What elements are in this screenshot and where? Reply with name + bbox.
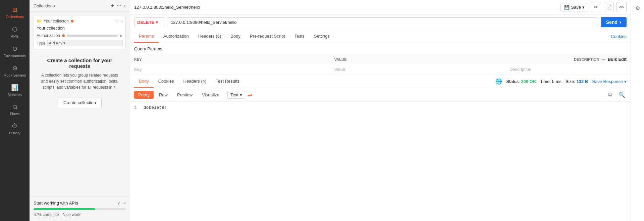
tab-body[interactable]: Body bbox=[226, 30, 245, 43]
method-label: DELETE bbox=[137, 20, 154, 25]
collections-cta: Create a collection for your requests A … bbox=[30, 53, 130, 196]
description-placeholder[interactable]: Description bbox=[505, 64, 631, 75]
collapse-bottom-icon[interactable]: ∨ bbox=[117, 201, 120, 206]
left-sidebar: ⊞ Collections ⬡ APIs ⊙ Environments ⊛ Mo… bbox=[0, 0, 30, 221]
top-bar: 127.0.0.1:8080/hello_Servlet/hello 💾 Sav… bbox=[130, 0, 631, 14]
type-select[interactable]: API Key ▾ bbox=[47, 40, 123, 46]
response-meta: 🌐 Status: 200 OK Time: 5 ms Size: 132 B … bbox=[495, 78, 627, 85]
apis-icon: ⬡ bbox=[12, 26, 17, 33]
sidebar-item-monitors[interactable]: 📊 Monitors bbox=[0, 81, 30, 100]
menu-icon[interactable]: ··· bbox=[117, 3, 121, 9]
tab-settings[interactable]: Settings bbox=[309, 30, 334, 43]
size-label: Size: 132 B bbox=[566, 79, 588, 84]
auth-label: Authorization bbox=[37, 33, 60, 38]
tab-params[interactable]: Params bbox=[134, 30, 159, 43]
method-select[interactable]: DELETE ▾ bbox=[134, 17, 164, 27]
query-params-section: Query Params KEY VALUE DESCRIPTION ··· B… bbox=[130, 43, 631, 75]
save-response-chevron-icon: ▾ bbox=[624, 79, 627, 84]
doc-icon: 📄 bbox=[606, 4, 612, 10]
type-label: Type bbox=[37, 41, 45, 46]
request-title: 127.0.0.1:8080/hello_Servlet/hello bbox=[134, 5, 200, 10]
code-icon-button[interactable]: </> bbox=[616, 2, 627, 12]
collection-dot bbox=[71, 20, 73, 23]
folder-icon: 📁 bbox=[37, 19, 42, 24]
auth-bar bbox=[67, 35, 118, 37]
type-chevron-icon: ▾ bbox=[63, 41, 65, 45]
time-label: Time: 5 ms bbox=[540, 79, 561, 84]
collections-panel-title: Collections bbox=[34, 3, 55, 8]
save-button[interactable]: 💾 Save ▾ bbox=[560, 3, 588, 11]
value-placeholder[interactable]: Value bbox=[330, 64, 505, 75]
auth-row: Authorization ▶ bbox=[37, 33, 123, 38]
response-tab-cookies[interactable]: Cookies bbox=[154, 75, 179, 88]
sidebar-item-apis[interactable]: ⬡ APIs bbox=[0, 22, 30, 42]
sidebar-item-history[interactable]: ⏱ History bbox=[0, 119, 30, 138]
collapse-panel-icon[interactable]: ‹ bbox=[124, 3, 126, 9]
key-placeholder[interactable]: Key bbox=[130, 64, 330, 75]
pretty-view-button[interactable]: Pretty bbox=[134, 91, 154, 99]
response-tabs-bar: Body Cookies Headers (4) Test Results 🌐 … bbox=[130, 75, 631, 88]
tab-authorization[interactable]: Authorization bbox=[159, 30, 194, 43]
bulk-edit-button[interactable]: Bulk Edit bbox=[608, 57, 627, 62]
sidebar-item-label: Flows bbox=[10, 112, 20, 116]
more-icon-small[interactable]: ··· bbox=[119, 19, 123, 24]
size-value: 132 B bbox=[577, 79, 588, 84]
edit-icon-button[interactable]: ✏ bbox=[591, 2, 601, 12]
environments-icon: ⊙ bbox=[12, 45, 17, 52]
search-icon-button[interactable]: 🔍 bbox=[617, 90, 627, 99]
response-toolbar-right: ⧉ 🔍 bbox=[605, 90, 627, 99]
response-tab-test-results[interactable]: Test Results bbox=[211, 75, 244, 88]
auth-dot bbox=[62, 34, 65, 37]
response-toolbar: Pretty Raw Preview Visualize Text ▾ ⇌ ⧉ … bbox=[130, 88, 631, 102]
params-more-icon[interactable]: ··· bbox=[602, 57, 605, 61]
format-label: Text bbox=[230, 92, 238, 97]
preview-collection-name: Your collecton bbox=[44, 19, 69, 24]
collection-display-name: Your collection bbox=[37, 26, 123, 31]
code-content: doDelete! bbox=[144, 105, 167, 110]
bottom-panel: Start working with APIs ∨ × 67% complete… bbox=[30, 196, 130, 221]
doc-icon-button[interactable]: 📄 bbox=[604, 2, 614, 12]
url-input[interactable] bbox=[167, 17, 598, 27]
sidebar-item-flows[interactable]: ⧉ Flows bbox=[0, 100, 30, 119]
save-label: Save bbox=[571, 5, 581, 10]
tab-pre-request-script[interactable]: Pre-request Script bbox=[245, 30, 290, 43]
response-area: Body Cookies Headers (4) Test Results 🌐 … bbox=[130, 75, 631, 221]
preview-view-button[interactable]: Preview bbox=[173, 91, 197, 99]
collection-preview-card: 📁 Your collecton + ··· Your collection A… bbox=[34, 16, 126, 49]
copy-icon-button[interactable]: ⧉ bbox=[605, 90, 614, 99]
wrap-icon[interactable]: ⇌ bbox=[248, 92, 252, 98]
sidebar-item-label: Monitors bbox=[8, 93, 22, 97]
tab-tests[interactable]: Tests bbox=[290, 30, 309, 43]
save-response-button[interactable]: Save Response ▾ bbox=[592, 79, 627, 84]
request-bar: DELETE ▾ Send ▾ bbox=[130, 14, 631, 30]
response-tab-body[interactable]: Body bbox=[134, 75, 154, 88]
tabs-right: Cookies bbox=[611, 34, 627, 39]
mock-servers-icon: ⊛ bbox=[12, 64, 17, 72]
tab-headers[interactable]: Headers (6) bbox=[194, 30, 226, 43]
send-button[interactable]: Send ▾ bbox=[601, 17, 627, 27]
create-collection-button[interactable]: Create collection bbox=[58, 97, 102, 108]
sidebar-item-collections[interactable]: ⊞ Collections bbox=[0, 3, 30, 22]
right-sidebar: ⚙ bbox=[631, 0, 644, 221]
value-column-header: VALUE bbox=[330, 55, 505, 64]
response-tab-headers[interactable]: Headers (4) bbox=[179, 75, 211, 88]
close-bottom-icon[interactable]: × bbox=[123, 201, 126, 206]
query-params-title: Query Params bbox=[130, 43, 631, 55]
sidebar-item-mock-servers[interactable]: ⊛ Mock Servers bbox=[0, 61, 30, 81]
add-icon-small[interactable]: + bbox=[115, 19, 117, 24]
cookies-link[interactable]: Cookies bbox=[611, 34, 627, 39]
save-disk-icon: 💾 bbox=[564, 5, 570, 10]
progress-fill bbox=[34, 208, 95, 210]
sidebar-settings-icon[interactable]: ⚙ bbox=[632, 3, 643, 13]
top-bar-actions: 💾 Save ▾ ✏ 📄 </> bbox=[560, 2, 627, 12]
bottom-panel-header: Start working with APIs ∨ × bbox=[34, 201, 126, 206]
params-table: KEY VALUE DESCRIPTION ··· Bulk Edit bbox=[130, 55, 631, 75]
code-line: 1 doDelete! bbox=[134, 105, 627, 110]
cta-title: Create a collection for your requests bbox=[38, 57, 122, 69]
auth-expand-icon: ▶ bbox=[120, 33, 123, 38]
visualize-view-button[interactable]: Visualize bbox=[198, 91, 223, 99]
format-select[interactable]: Text ▾ bbox=[227, 91, 245, 99]
raw-view-button[interactable]: Raw bbox=[155, 91, 172, 99]
sidebar-item-environments[interactable]: ⊙ Environments bbox=[0, 42, 30, 61]
add-collection-icon[interactable]: + bbox=[111, 3, 114, 9]
